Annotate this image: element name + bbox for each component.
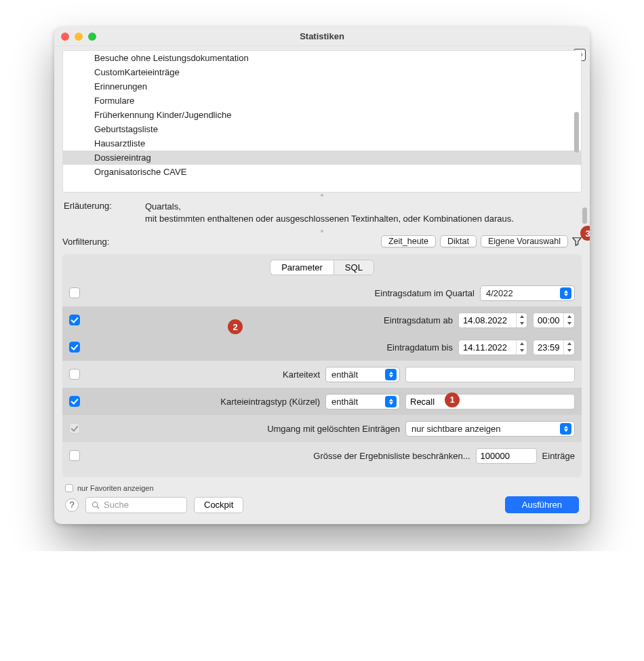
filter-pill-zeit-heute[interactable]: Zeit_heute [381, 235, 436, 247]
list-item-selected[interactable]: Dossiereintrag [63, 151, 581, 165]
time-from-stepper[interactable] [533, 313, 575, 328]
label-deleted: Umgang mit gelöschten Einträgen [267, 424, 400, 434]
row-deleted: Umgang mit gelöschten Einträgen nur sich… [62, 415, 582, 442]
chevron-updown-icon [385, 369, 397, 380]
label-limit: Grösse der Ergebnisliste beschränken... [313, 451, 470, 461]
input-entry-type[interactable] [405, 394, 575, 409]
checkbox-karteitext[interactable] [69, 369, 80, 380]
filter-icon[interactable] [572, 237, 582, 246]
scrollbar-thumb[interactable] [574, 112, 579, 153]
label-date-to: Eintragdatum bis [386, 342, 453, 353]
help-icon[interactable]: ? [65, 498, 79, 512]
filter-pill-diktat[interactable]: Diktat [440, 235, 477, 247]
input-karteitext[interactable] [405, 367, 575, 382]
chevron-updown-icon [560, 287, 571, 299]
parameters-panel: Parameter SQL Eintragsdatum im Quartal 4… [62, 254, 582, 477]
list-item[interactable]: Besuche ohne Leistungsdokumentation [63, 51, 581, 65]
select-deleted[interactable]: nur sichtbare anzeigen [405, 421, 575, 437]
row-quartal: Eintragsdatum im Quartal 4/2022 [62, 279, 582, 306]
tab-sql[interactable]: SQL [334, 260, 374, 275]
select-value: enthält [331, 369, 358, 380]
stepper-arrows[interactable] [516, 313, 527, 327]
input-limit[interactable] [476, 448, 537, 464]
row-date-to: Eintragdatum bis [62, 334, 582, 361]
time-from-input[interactable] [534, 313, 563, 327]
checkbox-favorites-only[interactable] [65, 484, 73, 492]
date-from-input[interactable] [459, 313, 516, 327]
search-placeholder: Suche [104, 500, 129, 510]
maximize-icon[interactable] [88, 33, 96, 41]
annotation-badge-1: 1 [445, 393, 460, 407]
explanation-line: mit bestimmten enthaltenen oder ausgesch… [145, 214, 514, 224]
svg-point-0 [93, 502, 98, 507]
explanation-line: Quartals, [145, 201, 181, 212]
chevron-updown-icon [385, 396, 397, 407]
checkbox-date-to[interactable] [69, 342, 80, 353]
time-to-stepper[interactable] [533, 340, 575, 355]
list-item[interactable]: Geburtstagsliste [63, 122, 581, 136]
window-controls [61, 33, 96, 41]
statistics-window: Statistiken ↻ Besuche ohne Leistungsdoku… [54, 27, 590, 524]
annotation-badge-3: 3 [580, 226, 590, 241]
stats-list[interactable]: Besuche ohne Leistungsdokumentation Cust… [62, 50, 582, 193]
prefilter-label: Vorfilterung: [62, 237, 137, 247]
explanation-label: Erläuterung: [64, 201, 138, 224]
stepper-arrows[interactable] [563, 313, 574, 327]
list-item[interactable]: Erinnerungen [63, 79, 581, 94]
date-from-stepper[interactable] [458, 313, 527, 328]
select-value: 4/2022 [486, 288, 513, 298]
split-handle[interactable] [62, 193, 582, 197]
scrollbar-thumb[interactable] [582, 207, 587, 224]
date-to-input[interactable] [459, 340, 516, 355]
annotation-badge-2: 2 [228, 319, 243, 334]
label-quartal: Eintragsdatum im Quartal [375, 288, 475, 298]
list-item[interactable]: Hausarztliste [63, 136, 581, 151]
search-icon [92, 501, 100, 509]
row-limit: Grösse der Ergebnisliste beschränken... … [62, 442, 582, 469]
svg-line-1 [97, 506, 99, 508]
list-item[interactable]: Organisatorische CAVE [63, 165, 581, 179]
checkbox-deleted [69, 423, 80, 434]
checkbox-date-from[interactable] [69, 315, 80, 325]
stepper-arrows[interactable] [563, 340, 574, 355]
filter-pill-eigene-vorauswahl[interactable]: Eigene Vorauswahl [481, 235, 568, 247]
search-input[interactable]: Suche [85, 497, 187, 513]
time-to-input[interactable] [534, 340, 563, 355]
chevron-updown-icon [560, 423, 571, 435]
row-entry-type: Karteieintragstyp (Kürzel) enthält 1 [62, 388, 582, 415]
checkbox-entry-type[interactable] [69, 396, 80, 407]
checkbox-quartal[interactable] [69, 287, 80, 298]
explanation-text: Quartals, mit bestimmten enthaltenen ode… [145, 201, 580, 224]
label-karteitext: Karteitext [283, 369, 320, 380]
select-entry-type-op[interactable]: enthält [325, 394, 400, 409]
titlebar: Statistiken [54, 27, 590, 46]
row-date-from: 2 Eintragsdatum ab [62, 306, 582, 334]
row-karteitext: Karteitext enthält [62, 361, 582, 388]
footer: nur Favoriten anzeigen ? Suche Cockpit A… [62, 477, 582, 513]
label-entry-type: Karteieintragstyp (Kürzel) [220, 397, 320, 407]
date-to-stepper[interactable] [458, 340, 527, 355]
execute-button[interactable]: Ausführen [505, 496, 579, 513]
minimize-icon[interactable] [75, 33, 83, 41]
label-favorites-only: nur Favoriten anzeigen [77, 484, 154, 492]
cockpit-button[interactable]: Cockpit [194, 497, 243, 513]
close-icon[interactable] [61, 33, 69, 41]
label-limit-suffix: Einträge [542, 451, 575, 461]
tab-parameter[interactable]: Parameter [270, 260, 334, 275]
list-item[interactable]: Formulare [63, 94, 581, 108]
list-item[interactable]: CustomKarteieinträge [63, 65, 581, 79]
checkbox-limit[interactable] [69, 450, 80, 461]
select-value: enthält [331, 397, 358, 407]
select-value: nur sichtbare anzeigen [411, 424, 501, 434]
select-quartal[interactable]: 4/2022 [480, 285, 575, 301]
label-date-from: Eintragsdatum ab [384, 315, 453, 325]
list-item[interactable]: Früherkennung Kinder/Jugendliche [63, 108, 581, 122]
window-title: Statistiken [54, 31, 590, 41]
select-karteitext-op[interactable]: enthält [325, 367, 400, 382]
stepper-arrows[interactable] [516, 340, 527, 355]
